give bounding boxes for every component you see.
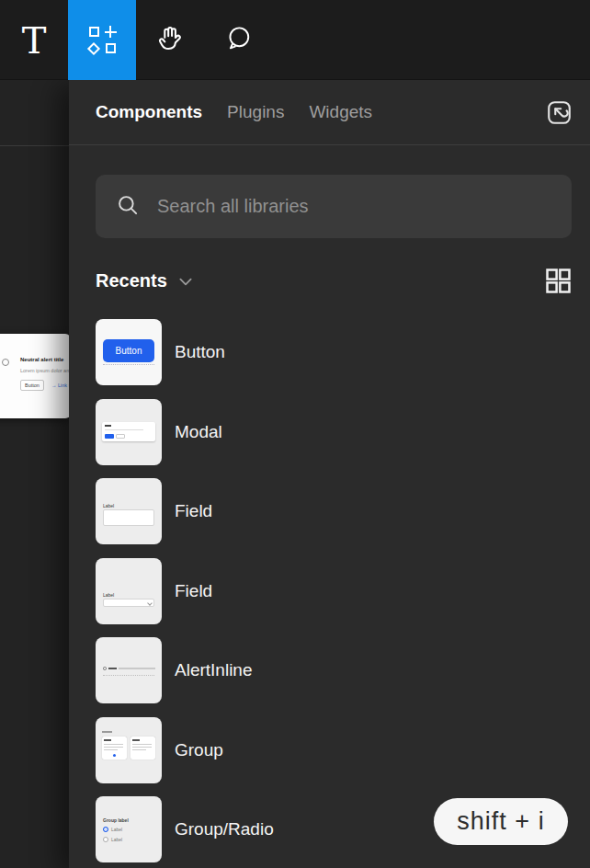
list-item-alertinline[interactable]: AlertInline xyxy=(96,637,572,703)
tab-plugins[interactable]: Plugins xyxy=(227,102,284,122)
figma-app: T xyxy=(0,0,590,868)
item-label: Group xyxy=(175,740,223,760)
grid-view-icon xyxy=(545,268,572,294)
recents-dropdown-button[interactable] xyxy=(179,275,192,286)
search-icon xyxy=(116,193,140,221)
thumb-radio-unselected-icon xyxy=(103,837,108,842)
alert-body: Lorem ipsum dolor amet consec xyxy=(20,368,71,373)
thumb-field-label: Label xyxy=(103,503,114,508)
hand-tool-button[interactable] xyxy=(136,0,204,80)
canvas-divider xyxy=(0,145,70,146)
alert-link: → Link text xyxy=(51,383,71,388)
search-bar xyxy=(96,175,572,238)
thumb-field-label: Label xyxy=(103,592,114,598)
alert-info-icon xyxy=(2,359,9,366)
thumbnail-field-large: Label xyxy=(96,478,162,544)
components-panel: Components Plugins Widgets Recents xyxy=(69,80,590,868)
popout-button[interactable] xyxy=(545,98,573,127)
panel-tabs: Components Plugins Widgets xyxy=(69,80,590,145)
thumbnail-button: Button xyxy=(96,319,162,385)
comment-tool-button[interactable] xyxy=(204,0,272,80)
thumbnail-alertinline xyxy=(96,637,162,703)
item-label: Group/Radio xyxy=(175,819,274,839)
list-item-field-small[interactable]: Label Field xyxy=(96,558,572,624)
thumb-radio-group-label: Group label xyxy=(103,817,129,823)
grid-view-button[interactable] xyxy=(545,268,572,294)
thumbnail-group xyxy=(96,717,162,783)
canvas-alert-card: Neutral alert title Lorem ipsum dolor am… xyxy=(0,334,71,418)
thumb-input-box xyxy=(103,599,154,607)
item-label: Button xyxy=(175,342,225,362)
thumbnail-group-radio: Group label Label Label xyxy=(96,796,162,862)
recents-header: Recents xyxy=(96,267,572,294)
thumb-radio-selected-icon xyxy=(103,827,108,832)
item-label: Field xyxy=(175,501,212,521)
components-tool-button[interactable] xyxy=(68,0,136,80)
tab-widgets[interactable]: Widgets xyxy=(309,102,372,122)
thumb-modal-dialog xyxy=(102,422,155,441)
thumb-blue-button: Button xyxy=(103,339,154,362)
item-label: AlertInline xyxy=(175,660,253,680)
list-item-modal[interactable]: Modal xyxy=(96,399,572,465)
list-item-field-large[interactable]: Label Field xyxy=(96,478,572,544)
item-label: Field xyxy=(175,581,212,601)
toolbar: T xyxy=(0,0,590,80)
hand-icon xyxy=(156,24,185,56)
search-input[interactable] xyxy=(157,196,553,217)
thumbnail-field-small: Label xyxy=(96,558,162,624)
thumbnail-modal xyxy=(96,399,162,465)
thumb-dotted-line xyxy=(103,364,154,365)
text-tool-icon: T xyxy=(22,22,47,59)
list-item-group[interactable]: Group xyxy=(96,717,572,783)
recents-title: Recents xyxy=(96,270,167,291)
canvas-area xyxy=(0,80,70,868)
thumb-input-box xyxy=(103,509,154,526)
list-item-button[interactable]: Button Button xyxy=(96,319,572,385)
alert-button: Button xyxy=(20,380,44,391)
item-label: Modal xyxy=(175,422,222,442)
components-list: Button Button Modal Label Field xyxy=(96,319,572,862)
comment-icon xyxy=(225,25,252,55)
thumb-select-chevron-icon xyxy=(147,600,153,606)
alert-title: Neutral alert title xyxy=(20,357,63,362)
components-icon xyxy=(87,25,118,55)
popout-arrow-icon xyxy=(545,98,573,127)
text-tool-button[interactable]: T xyxy=(0,0,68,80)
tab-components[interactable]: Components xyxy=(96,102,202,122)
chevron-down-icon xyxy=(179,278,192,286)
shortcut-badge: shift + i xyxy=(434,798,568,845)
